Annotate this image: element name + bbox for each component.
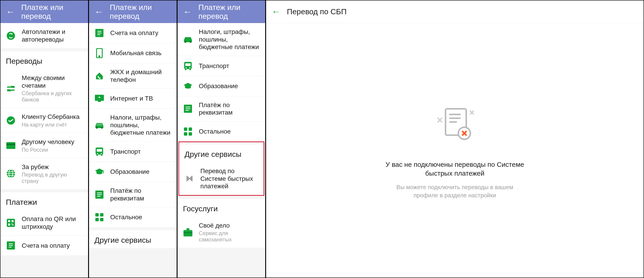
- autopayments-item[interactable]: Автоплатежи и автопереводы: [0, 23, 88, 48]
- item-label: Счета на оплату: [110, 29, 171, 37]
- svg-rect-43: [190, 69, 191, 70]
- item-sublabel: На карту или счёт: [22, 122, 83, 128]
- qr-pay-item[interactable]: Оплата по QR или штрихкоду: [0, 210, 88, 235]
- bills-item[interactable]: Счета на оплату: [89, 23, 177, 43]
- header: ← Платеж или перевод: [0, 1, 88, 23]
- svg-rect-34: [95, 218, 99, 221]
- education-item[interactable]: Образование: [178, 76, 265, 96]
- abroad-item[interactable]: За рубеж Перевод в другую страну: [0, 158, 88, 189]
- back-icon[interactable]: ←: [272, 7, 280, 17]
- svg-point-17: [99, 56, 100, 57]
- item-label: Остальное: [110, 213, 171, 221]
- grid-icon: [184, 127, 192, 136]
- header: ← Платеж или перевод: [178, 1, 265, 23]
- item-label: Транспорт: [199, 62, 260, 70]
- svg-rect-47: [184, 132, 187, 136]
- phone-icon: [96, 48, 103, 58]
- item-label: Остальное: [199, 128, 260, 135]
- between-accounts-item[interactable]: Между своими счетами Сбербанка и других …: [0, 69, 88, 108]
- other-item[interactable]: Остальное: [178, 121, 265, 141]
- item-sublabel: Перевод в другую страну: [22, 172, 83, 184]
- mobile-item[interactable]: Мобильная связь: [89, 43, 177, 63]
- item-label: Налоги, штрафы, пошлины, бюджетные плате…: [199, 28, 260, 51]
- other-person-item[interactable]: Другому человеку По России: [0, 133, 88, 158]
- svg-rect-35: [100, 218, 104, 221]
- svg-point-0: [7, 32, 15, 40]
- education-item[interactable]: Образование: [89, 162, 177, 182]
- svg-rect-30: [101, 155, 102, 156]
- svg-point-19: [99, 78, 100, 79]
- svg-rect-9: [8, 220, 10, 222]
- sber-client-item[interactable]: Клиенту Сбербанка На карту или счёт: [0, 108, 88, 133]
- bills-item[interactable]: Счета на оплату: [0, 235, 88, 255]
- empty-title: У вас не подключены переводы по Системе …: [383, 160, 527, 178]
- svg-point-28: [101, 153, 102, 154]
- bus-icon: [184, 62, 192, 71]
- item-label: Платёж по реквизитам: [199, 101, 260, 116]
- svg-point-36: [184, 41, 186, 43]
- svg-rect-46: [188, 127, 192, 131]
- svg-rect-20: [95, 95, 104, 101]
- svg-rect-48: [188, 132, 192, 136]
- section-other: Другие сервисы: [179, 144, 264, 162]
- svg-point-18: [98, 76, 99, 77]
- item-label: Автоплатежи и автопереводы: [22, 28, 83, 43]
- item-sublabel: Сбербанка и других банков: [22, 90, 83, 103]
- item-label: Между своими счетами: [22, 74, 83, 89]
- svg-rect-29: [96, 155, 98, 156]
- requisites-item[interactable]: Платёж по реквизитам: [89, 182, 177, 207]
- sbp-transfer-item[interactable]: Перевод по Системе быстрых платежей: [179, 162, 264, 195]
- item-label: Транспорт: [110, 148, 171, 155]
- item-label: Оплата по QR или штрихкоду: [22, 215, 83, 230]
- back-icon[interactable]: ←: [6, 7, 15, 17]
- utilities-item[interactable]: ЖКХ и домашний телефон: [89, 63, 177, 88]
- requisites-item[interactable]: Платёж по реквизитам: [178, 96, 265, 121]
- section-gosuslugi: Госуслуги: [178, 199, 265, 217]
- other-item[interactable]: Остальное: [89, 207, 177, 227]
- car-icon: [95, 122, 104, 129]
- svg-rect-39: [185, 63, 190, 66]
- car-icon: [183, 36, 193, 43]
- item-sublabel: По России: [22, 147, 83, 153]
- svg-point-27: [97, 153, 98, 154]
- graduation-icon: [183, 82, 193, 90]
- svg-rect-49: [184, 230, 192, 236]
- header: ← Платеж или перевод: [89, 1, 177, 23]
- section-payments: Платежи: [0, 192, 88, 210]
- svg-rect-8: [7, 219, 15, 227]
- item-label: Клиенту Сбербанка: [22, 113, 83, 121]
- item-label: Мобильная связь: [110, 49, 171, 57]
- item-label: Образование: [110, 168, 171, 176]
- svg-rect-45: [184, 127, 187, 131]
- section-other: Другие сервисы: [89, 230, 177, 248]
- swap-icon: [6, 84, 15, 93]
- header-title: Платеж или перевод: [198, 3, 260, 21]
- bill-icon: [7, 241, 15, 249]
- item-label: ЖКХ и домашний телефон: [110, 68, 171, 83]
- item-label: Образование: [199, 82, 260, 90]
- svg-rect-51: [184, 232, 192, 233]
- item-label: Своё дело: [199, 222, 260, 229]
- svg-rect-33: [100, 213, 104, 216]
- header-title: Платеж или перевод: [110, 3, 171, 21]
- back-icon[interactable]: ←: [94, 7, 104, 17]
- sbp-icon: [185, 174, 194, 183]
- svg-point-22: [96, 127, 98, 129]
- own-business-item[interactable]: Своё дело Сервис для самозанятых: [178, 217, 265, 248]
- transport-item[interactable]: Транспорт: [89, 141, 177, 162]
- globe-icon: [6, 169, 15, 178]
- taxes-item[interactable]: Налоги, штрафы, пошлины, бюджетные плате…: [89, 109, 177, 141]
- svg-rect-4: [6, 142, 15, 149]
- internet-tv-item[interactable]: Интернет и ТВ: [89, 88, 177, 109]
- item-sublabel: Сервис для самозанятых: [199, 230, 260, 243]
- refresh-icon: [6, 31, 15, 40]
- empty-state: У вас не подключены переводы по Системе …: [266, 23, 644, 277]
- transport-item[interactable]: Транспорт: [178, 56, 265, 76]
- taxes-item[interactable]: Налоги, штрафы, пошлины, бюджетные плате…: [178, 23, 265, 56]
- header-title: Перевод по СБП: [287, 7, 346, 16]
- bill-icon: [95, 29, 104, 37]
- svg-rect-21: [98, 101, 101, 102]
- svg-point-37: [190, 41, 191, 43]
- svg-rect-26: [97, 149, 102, 152]
- back-icon[interactable]: ←: [183, 7, 192, 17]
